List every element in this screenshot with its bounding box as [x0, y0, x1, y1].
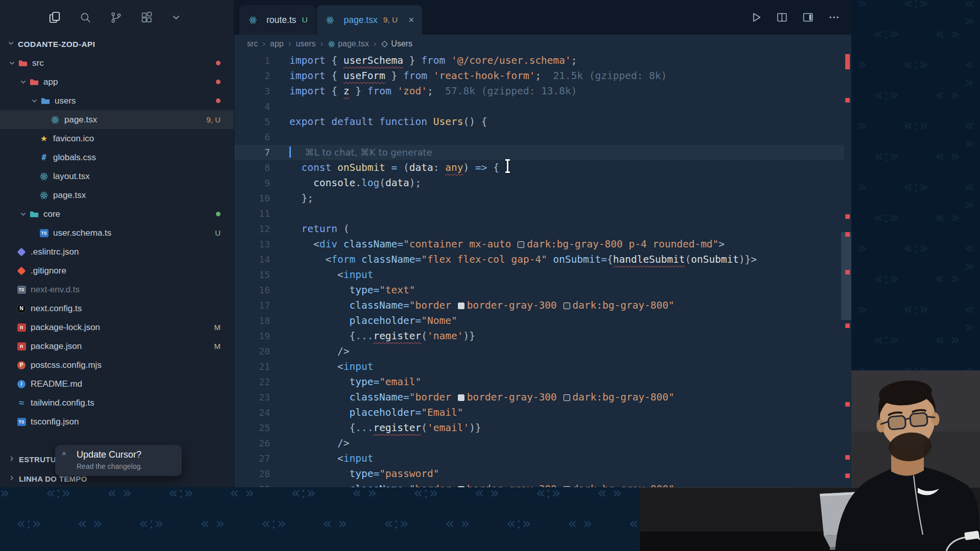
- code-line-13[interactable]: <div className="container mx-auto dark:b…: [234, 237, 844, 252]
- file-package.json[interactable]: npackage.jsonM: [0, 337, 234, 356]
- split-editor-icon[interactable]: [776, 11, 788, 23]
- tab-route.ts[interactable]: route.tsU: [239, 5, 316, 35]
- breadcrumb-Users[interactable]: Users: [381, 39, 412, 48]
- info-icon: i: [16, 380, 27, 388]
- file-next-env.d.ts[interactable]: TSnext-env.d.ts: [0, 280, 234, 299]
- code-line-18[interactable]: placeholder="Nome": [234, 313, 844, 329]
- code-line-23[interactable]: className="border border-gray-300 dark:b…: [234, 390, 844, 405]
- file-postcss.config.mjs[interactable]: Ppostcss.config.mjs: [0, 356, 234, 374]
- notification-changelog-link[interactable]: Read the changelog.: [77, 462, 176, 470]
- tailwind-icon: ≈: [16, 397, 27, 409]
- status-dot: [216, 61, 220, 65]
- color-swatch-dark: [564, 303, 570, 309]
- git-file-icon: [16, 268, 27, 274]
- next-icon: N: [16, 304, 27, 313]
- code-line-8[interactable]: const onSubmit = (data: any) => {: [234, 160, 844, 176]
- breadcrumb-separator: ›: [374, 39, 377, 49]
- chevron-right-icon: [8, 474, 15, 483]
- code-line-15[interactable]: <input: [234, 267, 844, 283]
- line-number-27: 27: [234, 451, 270, 466]
- file-user.schema.ts[interactable]: TSuser.schema.tsU: [0, 223, 234, 242]
- file-page.tsx[interactable]: page.tsx9, U: [0, 110, 234, 129]
- code-line-3[interactable]: import { z } from 'zod'; 57.8k (gzipped:…: [234, 84, 844, 99]
- file-favicon.ico[interactable]: ★favicon.ico: [0, 129, 234, 148]
- line-number-11: 11: [234, 206, 270, 221]
- code-line-22[interactable]: type="email": [234, 374, 844, 390]
- status-dot: [216, 212, 220, 216]
- code-line-11[interactable]: [234, 206, 844, 221]
- extensions-icon[interactable]: [140, 11, 153, 24]
- search-icon[interactable]: [79, 11, 92, 24]
- file-.gitignore[interactable]: .gitignore: [0, 261, 234, 280]
- line-number-20: 20: [234, 344, 270, 359]
- notification-title: Update Cursor?: [77, 449, 176, 460]
- code-line-29[interactable]: className="border border-gray-300 dark:b…: [234, 482, 844, 487]
- file-tsconfig.json[interactable]: TStsconfig.json: [0, 412, 234, 431]
- chevron-down-icon[interactable]: [171, 12, 181, 22]
- code-line-12[interactable]: return (: [234, 221, 844, 237]
- line-number-26: 26: [234, 436, 270, 451]
- code-line-26[interactable]: />: [234, 436, 844, 451]
- react-icon: [325, 16, 335, 24]
- toggle-panel-icon[interactable]: [802, 11, 814, 23]
- file-README.md[interactable]: iREADME.md: [0, 374, 234, 393]
- files-icon[interactable]: [48, 11, 61, 24]
- file-globals.css[interactable]: #globals.css: [0, 148, 234, 167]
- chevron-down-icon: [18, 78, 28, 86]
- tab-page.tsx[interactable]: page.tsx9, U×: [317, 5, 423, 35]
- breadcrumb-src[interactable]: src: [247, 39, 258, 48]
- code-line-20[interactable]: />: [234, 344, 844, 359]
- line-number-28: 28: [234, 466, 270, 482]
- line-number-3: 3: [234, 84, 270, 99]
- line-number-7: 7: [234, 145, 270, 160]
- folder-app[interactable]: app: [0, 72, 234, 91]
- file-.eslintrc.json[interactable]: .eslintrc.json: [0, 242, 234, 261]
- code-line-9[interactable]: console.log(data);: [234, 176, 844, 191]
- close-icon[interactable]: ×: [408, 14, 414, 26]
- code-line-7[interactable]: ⌘L to chat, ⌘K to generate: [234, 145, 844, 160]
- code-line-27[interactable]: <input: [234, 451, 844, 466]
- folder-users[interactable]: users: [0, 91, 234, 110]
- error-mark: [845, 214, 850, 219]
- git-status-badge: 9, U: [206, 115, 234, 124]
- npm-icon: n: [16, 342, 27, 350]
- source-control-icon[interactable]: [110, 11, 122, 24]
- code-line-28[interactable]: type="password": [234, 466, 844, 482]
- file-tailwind.config.ts[interactable]: ≈tailwind.config.ts: [0, 393, 234, 412]
- line-number-4: 4: [234, 99, 270, 114]
- file-layout.tsx[interactable]: layout.tsx: [0, 167, 234, 186]
- code-editor[interactable]: import { userSchema } from '@/core/user.…: [234, 53, 851, 487]
- code-line-16[interactable]: type="text": [234, 283, 844, 298]
- code-line-1[interactable]: import { userSchema } from '@/core/user.…: [234, 53, 844, 68]
- screen: « »«:»« »«:»« »«:»« »«:»« »«:»« »«:»« »«…: [0, 0, 980, 551]
- ts-icon: TS: [16, 418, 27, 426]
- code-line-6[interactable]: [234, 130, 844, 145]
- more-icon[interactable]: [828, 11, 840, 23]
- react-icon: [50, 115, 60, 124]
- run-icon[interactable]: [750, 11, 762, 23]
- explorer-header[interactable]: CODANTE-ZOD-API: [0, 35, 234, 54]
- file-package-lock.json[interactable]: npackage-lock.jsonM: [0, 318, 234, 337]
- file-page.tsx[interactable]: page.tsx: [0, 186, 234, 205]
- chevron-down-icon: [30, 97, 39, 105]
- code-line-24[interactable]: placeholder="Email": [234, 405, 844, 420]
- code-line-2[interactable]: import { useForm } from 'react-hook-form…: [234, 68, 844, 84]
- code-line-4[interactable]: [234, 99, 844, 114]
- react-icon: [39, 191, 49, 200]
- breadcrumb-app[interactable]: app: [270, 39, 284, 48]
- code-line-14[interactable]: <form className="flex flex-col gap-4" on…: [234, 252, 844, 267]
- close-icon[interactable]: ×: [62, 449, 66, 458]
- editor-area: route.tsUpage.tsx9, U× src›app›users›pag…: [234, 0, 851, 487]
- folder-core[interactable]: core: [0, 205, 234, 223]
- file-next.config.ts[interactable]: Nnext.config.ts: [0, 299, 234, 318]
- code-line-19[interactable]: {...register('name')}: [234, 329, 844, 344]
- code-line-17[interactable]: className="border border-gray-300 dark:b…: [234, 298, 844, 313]
- breadcrumb-users[interactable]: users: [296, 39, 315, 48]
- breadcrumb-page.tsx[interactable]: page.tsx: [328, 39, 369, 48]
- error-mark: [845, 270, 850, 274]
- code-line-5[interactable]: export default function Users() {: [234, 114, 844, 130]
- code-line-10[interactable]: };: [234, 191, 844, 206]
- folder-src[interactable]: src: [0, 54, 234, 72]
- code-line-21[interactable]: <input: [234, 359, 844, 374]
- code-line-25[interactable]: {...register('email')}: [234, 420, 844, 436]
